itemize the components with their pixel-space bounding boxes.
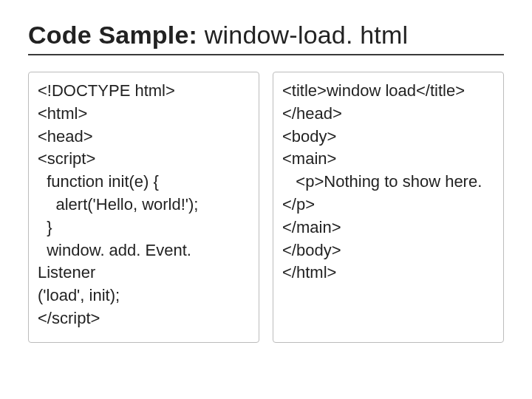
slide: Code Sample: window-load. html <!DOCTYPE… <box>0 0 532 399</box>
code-columns: <!DOCTYPE html> <html> <head> <script> f… <box>28 72 504 343</box>
code-box-left: <!DOCTYPE html> <html> <head> <script> f… <box>28 72 259 343</box>
code-box-right: <title>window load</title> </head> <body… <box>273 72 504 343</box>
slide-title: Code Sample: window-load. html <box>28 21 504 55</box>
title-rest: window-load. html <box>197 21 408 49</box>
title-bold: Code Sample: <box>28 21 197 49</box>
